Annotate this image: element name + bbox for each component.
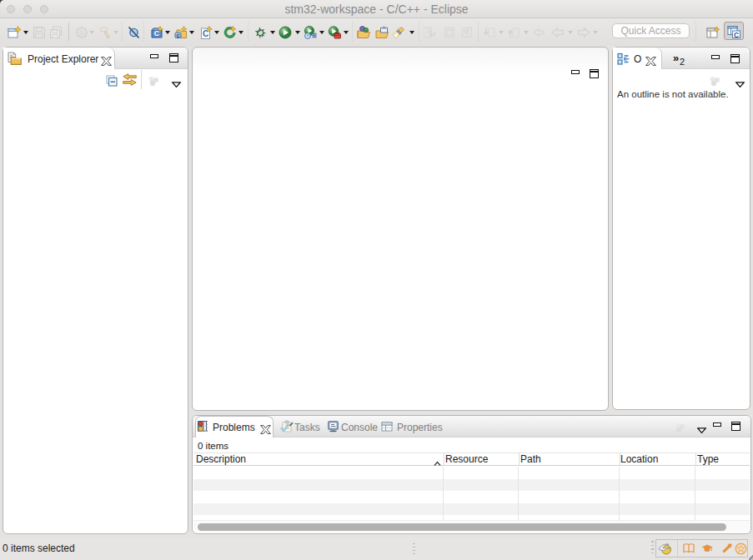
svg-text:C: C <box>154 29 160 38</box>
svg-text:C: C <box>734 31 739 39</box>
svg-text:c: c <box>176 32 179 39</box>
svg-text:C: C <box>203 29 208 38</box>
